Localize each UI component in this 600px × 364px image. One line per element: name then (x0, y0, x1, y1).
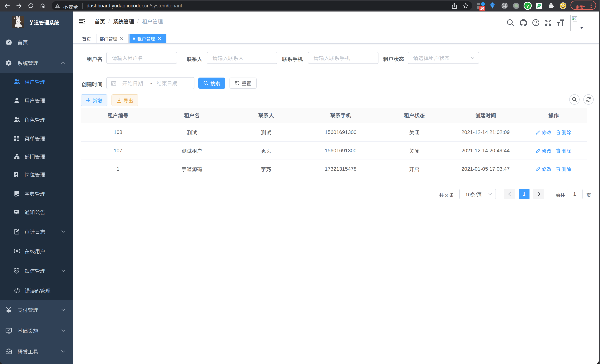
svg-text:10: 10 (480, 7, 484, 10)
svg-text:y: y (526, 3, 529, 9)
